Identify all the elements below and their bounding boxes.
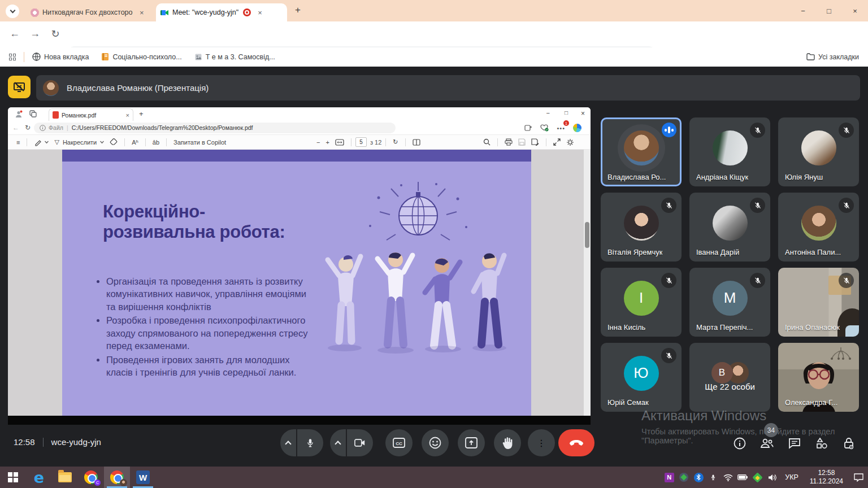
presenter-banner[interactable]: Владислава Романюк (Презентація) [36,75,860,101]
edge-new-tab-button[interactable]: + [139,110,144,118]
tile-antonina[interactable]: Антоніна Пали... [778,193,859,262]
window-minimize-button[interactable]: − [790,0,816,21]
edge-close-button[interactable]: × [581,110,585,117]
taskbar-chrome-active[interactable] [104,467,130,488]
all-bookmarks-button[interactable]: Усі закладки [806,53,859,61]
split-screen-icon[interactable] [524,124,532,132]
pdf-scrollbar[interactable] [584,150,591,416]
copilot-icon[interactable] [573,124,581,132]
window-close-button[interactable]: × [842,0,868,21]
tile-overflow[interactable]: В Ще 22 особи [689,343,770,412]
host-controls-lock-icon[interactable] [841,436,856,451]
tile-andriana[interactable]: Андріана Кіщук [689,117,770,186]
tile-oleksandra-video[interactable]: Олександра Г... [778,343,859,412]
tile-vitaliya[interactable]: Віталія Яремчук [601,193,682,262]
rotate-icon[interactable]: ↻ [393,138,398,146]
more-options-button[interactable]: ⋮ [528,429,555,456]
tile-yurii[interactable]: Ю Юрій Семак [601,343,682,412]
chat-panel-icon[interactable] [787,436,802,451]
tab-actions-icon[interactable] [29,110,37,117]
captions-button[interactable]: CC [385,429,413,456]
present-off-icon [13,81,25,93]
reactions-button[interactable] [422,429,449,456]
taskbar-edge[interactable]: e [26,467,52,488]
edge-tab-close-icon[interactable]: × [126,112,129,119]
meeting-details-icon[interactable] [732,436,747,451]
tab-fox[interactable]: Нитковдягач Fox двохсторонн × [26,3,154,21]
antivirus-tray-icon[interactable] [676,467,691,488]
bookmark-social-psych[interactable]: Соціально-психоло... [101,53,181,61]
zoom-in-icon[interactable]: + [326,139,329,146]
edge-profile-icon[interactable] [15,110,23,118]
wifi-tray-icon[interactable] [721,467,735,488]
tab-search-button[interactable] [6,5,19,18]
mic-button[interactable] [297,429,323,456]
zoom-out-icon[interactable]: − [316,139,320,146]
taskbar-clock[interactable]: 12:58 11.12.2024 [804,469,849,486]
tile-vladyslava[interactable]: Владислава Ро... [601,117,682,186]
activities-icon[interactable] [814,436,829,451]
taskbar-word[interactable]: W [130,467,156,488]
end-call-button[interactable] [558,429,594,456]
eraser-icon[interactable] [110,138,118,146]
bookmark-tema3[interactable]: Т е м а 3. Самосвід... [194,53,275,61]
tile-marta[interactable]: М Марта Перепіч... [689,268,770,337]
favorites-icon[interactable] [540,124,549,132]
taskbar-chrome-profile1[interactable]: C [78,467,104,488]
draw-shape-icon[interactable]: ▽Накреслити [54,138,104,146]
onenote-tray-icon[interactable]: N [662,467,676,488]
fullscreen-icon[interactable] [553,138,561,146]
close-tab-icon[interactable]: × [137,7,146,18]
search-icon[interactable] [483,138,491,146]
sharp-tray-icon[interactable] [750,467,765,488]
page-number-input[interactable]: 5 [355,137,367,147]
edge-reload-icon[interactable]: ↻ [25,124,31,132]
close-tab-icon[interactable]: × [255,7,264,18]
new-tab-button[interactable]: + [295,5,301,16]
volume-tray-icon[interactable] [765,467,779,488]
back-button[interactable]: ← [7,28,23,40]
raise-hand-button[interactable] [494,429,521,456]
file-path: C:/Users/FREEDOM/Downloads/Telegram%20De… [72,124,253,131]
edge-minimize-button[interactable]: − [546,110,550,116]
tab-meet[interactable]: Meet: "wce-yudg-yjn" × [156,3,287,21]
print-icon[interactable] [505,138,513,146]
tile-yuliya[interactable]: Юлія Януш [778,117,859,186]
edge-settings-kebab-icon[interactable]: •••1 [557,123,565,133]
apps-grid-icon[interactable] [9,54,16,60]
fit-width-icon[interactable] [335,139,344,146]
bluetooth-tray-icon[interactable] [691,467,706,488]
edge-back-icon[interactable]: ← [12,124,19,132]
tile-ivanna[interactable]: Іванна Дарій [689,193,770,262]
tile-inna[interactable]: І Інна Кисіль [601,268,682,337]
mic-options-chevron[interactable] [280,429,296,456]
reload-button[interactable]: ↻ [47,28,63,40]
microphone-tray-icon[interactable] [706,467,721,488]
battery-tray-icon[interactable] [735,467,750,488]
pdf-scroll-thumb[interactable] [585,222,589,248]
presentation-off-badge[interactable] [8,76,31,98]
taskbar-explorer[interactable] [52,467,78,488]
forward-button[interactable]: → [27,28,43,40]
text-tools-icon[interactable]: ȃb [153,139,159,146]
camera-button[interactable] [347,429,373,456]
action-center-icon[interactable] [849,467,868,488]
read-aloud-icon[interactable]: Aʰ [132,139,138,146]
present-screen-button[interactable] [458,429,485,456]
start-button[interactable] [0,467,26,488]
save-as-icon[interactable] [531,138,539,146]
bookmark-new-tab[interactable]: Нова вкладка [32,53,89,61]
language-indicator[interactable]: УКР [779,473,804,481]
page-view-icon[interactable] [413,139,420,146]
people-panel-icon[interactable] [760,436,774,451]
edge-url-field[interactable]: Файл | C:/Users/FREEDOM/Downloads/Telegr… [34,123,396,133]
pen-tool-icon[interactable] [34,138,49,146]
edge-tab-pdf[interactable]: Романюк.pdf × [49,108,133,121]
edge-maximize-button[interactable]: □ [565,110,568,116]
ask-copilot-button[interactable]: Запитати в Copilot [173,139,226,146]
camera-options-chevron[interactable] [330,429,346,456]
window-maximize-button[interactable]: □ [816,0,842,21]
toc-icon[interactable]: ≡ [16,139,20,146]
tile-iryna-video[interactable]: Ірина Опанасюк [778,268,859,337]
pdf-settings-gear-icon[interactable] [566,138,574,146]
